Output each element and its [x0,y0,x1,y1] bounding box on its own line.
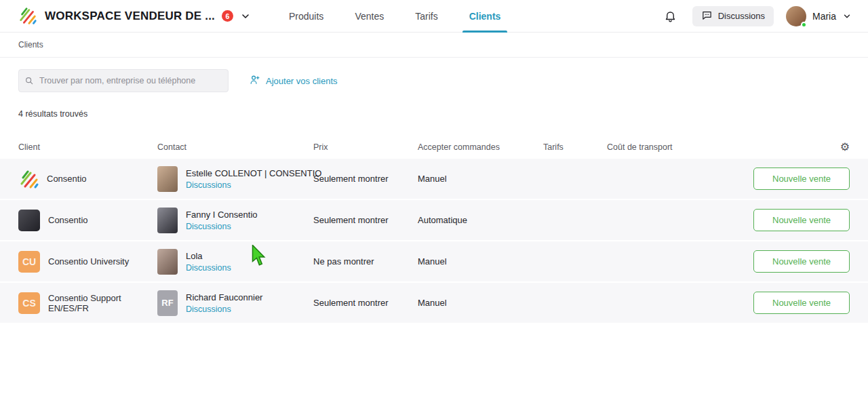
top-navbar: WORKSPACE VENDEUR DE ... 6 Produits Vent… [0,0,868,33]
user-avatar [786,6,806,26]
nouvelle-vente-button[interactable]: Nouvelle vente [753,292,850,314]
contact-discussions-link[interactable]: Discussions [186,180,231,190]
nouvelle-vente-button[interactable]: Nouvelle vente [753,209,850,231]
nav-item-ventes[interactable]: Ventes [355,0,384,33]
table-settings-gear-icon[interactable]: ⚙ [840,142,850,153]
col-header-tarifs: Tarifs [543,142,607,152]
contact-avatar [157,166,178,192]
table-row[interactable]: CU Consentio University Lola Discussions… [0,241,868,281]
prix-value: Ne pas montrer [313,256,418,267]
client-avatar-initials: CS [18,292,40,314]
workspace-notification-badge: 6 [222,10,233,22]
add-clients-label: Ajouter vos clients [266,76,338,86]
contact-name: Estelle COLLENOT | CONSENTIO [186,168,321,178]
workspace-chevron-down-icon[interactable] [240,11,251,22]
client-logo-consentio-icon [18,169,39,189]
breadcrumb: Clients [0,33,868,58]
navbar-right: Discussions Maria [661,6,852,26]
accepter-commandes-value: Manuel [418,298,543,308]
nav-item-clients[interactable]: Clients [469,0,501,33]
table-row[interactable]: Consentio Fanny I Consentio Discussions … [0,200,868,240]
add-clients-link[interactable]: Ajouter vos clients [249,74,338,87]
client-name: Consentio University [48,256,129,267]
client-name: Consentio [47,174,87,184]
nouvelle-vente-button[interactable]: Nouvelle vente [753,168,850,190]
table-row[interactable]: CS Consentio Support EN/ES/FR RF Richard… [0,283,868,323]
workspace-switcher[interactable]: WORKSPACE VENDEUR DE ... 6 [18,6,251,26]
nav-item-tarifs[interactable]: Tarifs [415,0,437,33]
col-header-prix: Prix [313,142,418,152]
accepter-commandes-value: Automatique [418,215,543,225]
person-add-icon [249,74,260,87]
discussions-button[interactable]: Discussions [692,6,774,26]
contact-avatar [157,208,178,233]
table-row[interactable]: Consentio Estelle COLLENOT | CONSENTIO D… [0,159,868,199]
notifications-bell-icon[interactable] [661,7,680,26]
clients-toolbar: Ajouter vos clients [0,58,868,92]
accepter-commandes-value: Manuel [418,174,543,184]
chat-bubble-icon [701,9,713,23]
breadcrumb-clients[interactable]: Clients [18,40,43,50]
prix-value: Seulement montrer [313,174,418,184]
contact-avatar [157,249,178,275]
client-avatar [18,210,40,231]
accepter-commandes-value: Manuel [418,256,543,267]
results-count: 4 résultats trouvés [0,92,868,119]
main-nav: Produits Ventes Tarifs Clients [289,0,500,33]
clients-table-body: Consentio Estelle COLLENOT | CONSENTIO D… [0,159,868,323]
search-icon [24,76,34,88]
contact-discussions-link[interactable]: Discussions [186,304,231,314]
client-name: Consentio [48,215,88,225]
nouvelle-vente-button[interactable]: Nouvelle vente [753,250,850,273]
col-header-cout-transport: Coût de transport [607,142,714,152]
col-header-accepter-commandes: Accepter commandes [418,142,543,152]
user-name: Maria [812,11,836,22]
user-chevron-down-icon[interactable] [842,12,852,21]
prix-value: Seulement montrer [313,215,418,225]
table-header: Client Contact Prix Accepter commandes T… [0,136,868,159]
online-status-dot [801,22,807,28]
search-input[interactable] [18,69,229,92]
client-search [18,69,229,92]
nav-item-produits[interactable]: Produits [289,0,323,33]
contact-discussions-link[interactable]: Discussions [186,263,231,273]
col-header-client: Client [18,142,157,152]
prix-value: Seulement montrer [313,298,418,308]
client-name: Consentio Support EN/ES/FR [48,293,157,313]
contact-discussions-link[interactable]: Discussions [186,222,231,231]
client-avatar-initials: CU [18,251,40,273]
col-header-contact: Contact [157,142,313,152]
contact-name: Fanny I Consentio [186,210,258,220]
discussions-button-label: Discussions [718,11,765,21]
user-menu[interactable]: Maria [786,6,852,26]
app-root: WORKSPACE VENDEUR DE ... 6 Produits Vent… [0,0,868,413]
contact-name: Lola [186,251,231,261]
contact-name: Richard Fauconnier [186,292,262,302]
consentio-logo-icon [18,6,38,26]
contact-avatar-initials: RF [157,290,178,316]
workspace-title[interactable]: WORKSPACE VENDEUR DE ... [45,9,215,23]
